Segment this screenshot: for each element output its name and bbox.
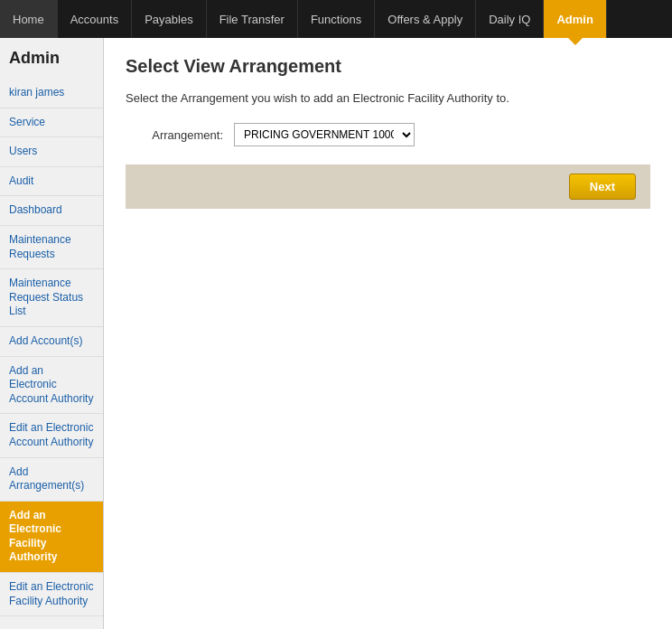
arrangement-select[interactable]: PRICING GOVERNMENT 100022367	[234, 123, 415, 146]
nav-payables[interactable]: Payables	[132, 0, 206, 38]
sidebar-item-users[interactable]: Users	[0, 137, 103, 167]
nav-functions[interactable]: Functions	[298, 0, 375, 38]
sidebar-item-service[interactable]: Service	[0, 108, 103, 138]
page-title: Select View Arrangement	[126, 56, 650, 77]
sidebar: Admin kiran james Service Users Audit Da…	[0, 38, 104, 629]
action-bar: Next	[126, 164, 650, 209]
sidebar-item-add-arrangements[interactable]: Add Arrangement(s)	[0, 458, 103, 502]
sidebar-item-dashboard[interactable]: Dashboard	[0, 196, 103, 226]
nav-admin[interactable]: Admin	[544, 0, 606, 38]
nav-home[interactable]: Home	[0, 0, 58, 38]
sidebar-item-kiran-james[interactable]: kiran james	[0, 79, 103, 108]
sidebar-title: Admin	[0, 38, 103, 79]
sidebar-item-add-accounts[interactable]: Add Account(s)	[0, 327, 103, 357]
sidebar-item-add-electronic-facility-authority[interactable]: Add an Electronic Facility Authority	[0, 502, 103, 573]
nav-daily-iq[interactable]: Daily IQ	[476, 0, 544, 38]
sidebar-item-edit-electronic-facility-authority[interactable]: Edit an Electronic Facility Authority	[0, 573, 103, 616]
nav-accounts[interactable]: Accounts	[58, 0, 132, 38]
description-text: Select the Arrangement you wish to add a…	[126, 91, 650, 105]
nav-file-transfer[interactable]: File Transfer	[207, 0, 298, 38]
nav-offers-apply[interactable]: Offers & Apply	[375, 0, 476, 38]
sidebar-item-maintenance-requests[interactable]: Maintenance Requests	[0, 226, 103, 269]
arrangement-form-row: Arrangement: PRICING GOVERNMENT 10002236…	[126, 123, 650, 146]
next-button[interactable]: Next	[569, 174, 636, 200]
sidebar-item-edit-electronic-account-authority[interactable]: Edit an Electronic Account Authority	[0, 414, 103, 457]
sidebar-item-maintenance-request-status-list[interactable]: Maintenance Request Status List	[0, 269, 103, 327]
main-content: Select View Arrangement Select the Arran…	[104, 38, 672, 629]
arrangement-label: Arrangement:	[126, 128, 234, 142]
top-navigation: Home Accounts Payables File Transfer Fun…	[0, 0, 672, 38]
sidebar-item-audit[interactable]: Audit	[0, 167, 103, 197]
sidebar-item-add-electronic-account-authority[interactable]: Add an Electronic Account Authority	[0, 357, 103, 415]
main-container: Admin kiran james Service Users Audit Da…	[0, 38, 672, 629]
